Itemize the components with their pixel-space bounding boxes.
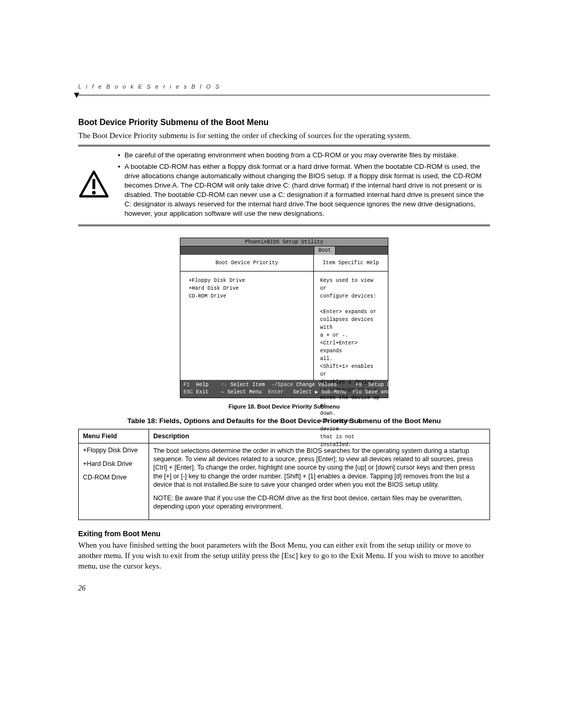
bios-help-line: all. bbox=[320, 355, 382, 363]
bullet-icon: ▪ bbox=[118, 151, 120, 160]
bios-key: F1 bbox=[183, 381, 190, 389]
description-paragraph: The boot selections determine the order … bbox=[153, 447, 485, 489]
table-header-menu-field: Menu Field bbox=[79, 429, 149, 443]
bios-help-line: <Enter> expands or bbox=[320, 308, 382, 316]
bios-help-line: configure devices: bbox=[320, 292, 382, 300]
svg-point-2 bbox=[92, 191, 96, 194]
bios-help-line: <Ctrl+Enter> expands bbox=[320, 339, 382, 355]
menu-field-item: CD-ROM Drive bbox=[83, 474, 144, 481]
header-rule-triangle-icon bbox=[74, 93, 79, 98]
bios-tab-boot: Boot bbox=[314, 246, 336, 255]
bios-right-heading: Item Specific Help bbox=[314, 255, 388, 272]
bios-key-label: Help bbox=[196, 381, 209, 389]
table-cell-menu-field: +Floppy Disk Drive +Hard Disk Drive CD-R… bbox=[79, 443, 149, 520]
bios-key-label: Change Values bbox=[296, 381, 337, 389]
menu-field-item: +Hard Disk Drive bbox=[83, 460, 144, 467]
document-page: L i f e B o o k E S e r i e s B I O S Bo… bbox=[0, 0, 563, 728]
bios-key-label: Setup Defaults bbox=[368, 381, 412, 389]
bios-key: F10 bbox=[352, 389, 362, 396]
bios-help-line: down. bbox=[320, 410, 382, 417]
bios-key-label: Select Menu bbox=[227, 389, 262, 396]
menu-field-item: +Floppy Disk Drive bbox=[83, 447, 144, 454]
description-table: Menu Field Description +Floppy Disk Driv… bbox=[78, 429, 490, 520]
bios-device: CD-ROM Drive bbox=[189, 292, 305, 300]
bios-key-label: Exit bbox=[196, 389, 209, 396]
page-number: 26 bbox=[78, 584, 85, 593]
bios-help-line: Keys used to view or bbox=[320, 277, 382, 292]
bios-help-text: Keys used to view or configure devices: … bbox=[314, 272, 388, 454]
bios-key-label: Select Item bbox=[230, 381, 265, 389]
bios-key: ↑↓ bbox=[221, 381, 227, 389]
bios-key-label: Select ▶ Sub-Menu bbox=[293, 389, 346, 396]
bios-key: Enter bbox=[268, 389, 284, 396]
figure-caption: Figure 18. Boot Device Priority Submenu bbox=[78, 403, 490, 410]
bios-left-heading: Boot Device Priority bbox=[180, 255, 313, 272]
bios-key: -/Space bbox=[271, 381, 293, 389]
bios-footer: F1 Help ↑↓ Select Item -/Space Change Va… bbox=[180, 380, 388, 398]
caution-text-col: ▪ Be careful of the operating environmen… bbox=[118, 151, 490, 220]
bios-menu-bar: Boot bbox=[180, 246, 388, 255]
description-note: NOTE: Be aware that if you use the CD-RO… bbox=[153, 494, 485, 511]
bios-key-label: Save and Exit bbox=[365, 389, 406, 396]
caution-icon-col bbox=[78, 151, 109, 220]
subheading-exiting: Exiting from Boot Menu bbox=[78, 529, 490, 538]
bios-title-bar: PhoenixBIOS Setup Utility bbox=[180, 238, 388, 246]
table-header-row: Menu Field Description bbox=[79, 429, 490, 443]
bullet-icon: ▪ bbox=[118, 162, 120, 218]
svg-rect-1 bbox=[92, 179, 95, 189]
bios-help-line: <Shift+1> enables or bbox=[320, 363, 382, 378]
bios-device-list: +Floppy Disk Drive +Hard Disk Drive CD-R… bbox=[180, 272, 313, 305]
table-title: Table 18: Fields, Options and Defaults f… bbox=[78, 417, 490, 425]
warning-icon bbox=[79, 170, 108, 201]
bios-figure: PhoenixBIOS Setup Utility Boot Boot Devi… bbox=[180, 238, 388, 398]
exiting-body: When you have finished setting the boot … bbox=[78, 540, 490, 572]
header-rule bbox=[78, 92, 490, 99]
caution-bullet-2: A bootable CD-ROM has either a floppy di… bbox=[125, 162, 490, 218]
section-intro: The Boot Device Priority submenu is for … bbox=[78, 130, 490, 141]
bios-key: F9 bbox=[356, 381, 362, 389]
table-row: +Floppy Disk Drive +Hard Disk Drive CD-R… bbox=[79, 443, 490, 520]
bios-key: ESC bbox=[183, 389, 193, 396]
bios-device: +Hard Disk Drive bbox=[189, 285, 305, 292]
caution-bullet-1: Be careful of the operating environment … bbox=[125, 151, 459, 160]
divider-bottom bbox=[78, 225, 490, 226]
table-cell-description: The boot selections determine the order … bbox=[149, 443, 490, 520]
divider-top bbox=[78, 145, 490, 146]
bios-help-line bbox=[320, 300, 382, 308]
bios-help-line: a + or -. bbox=[320, 331, 382, 339]
caution-block: ▪ Be careful of the operating environmen… bbox=[78, 151, 490, 220]
bios-help-line: collapses devices with bbox=[320, 316, 382, 331]
bios-device: +Floppy Disk Drive bbox=[189, 277, 305, 285]
section-heading: Boot Device Priority Submenu of the Boot… bbox=[78, 118, 490, 127]
running-head: L i f e B o o k E S e r i e s B I O S bbox=[78, 83, 490, 90]
